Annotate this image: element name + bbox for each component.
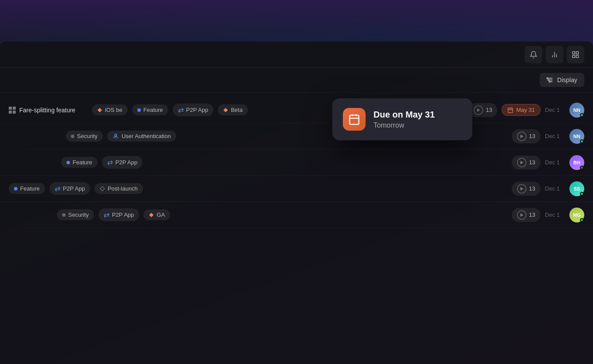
post-launch-tag: Post-launch (94, 183, 143, 194)
user-icon (112, 133, 119, 139)
play-icon (517, 210, 527, 220)
task-name: Fare-splitting feature (9, 107, 87, 114)
avatar: MG (569, 208, 584, 222)
table-row[interactable]: Feature ⇄ P2P App Post-launch 13 Dec 1 (0, 176, 593, 202)
due-date-tooltip: Due on May 31 Tomorrow (332, 98, 472, 140)
due-date-pill[interactable]: May 31 (502, 104, 541, 116)
tooltip-subtitle: Tomorrow (373, 121, 435, 129)
tooltip-title: Due on May 31 (373, 110, 435, 120)
diamond-icon (97, 107, 102, 113)
notification-button[interactable] (525, 46, 542, 63)
svg-rect-15 (508, 108, 513, 113)
table-row[interactable]: Feature ⇄ P2P App 13 Dec 1 BH (0, 149, 593, 176)
avatar: SS (569, 181, 584, 196)
feature-tag: Feature (132, 104, 168, 115)
avatar: BH (569, 155, 584, 170)
display-button[interactable]: Display (540, 73, 584, 87)
svg-marker-14 (223, 108, 228, 112)
online-indicator (580, 139, 584, 143)
feature-tag: Feature (9, 183, 45, 194)
transfer-icon: ⇄ (104, 211, 109, 219)
security-tag: Security (57, 209, 94, 220)
svg-point-11 (548, 80, 549, 81)
p2p-tag: ⇄ P2P App (49, 182, 90, 195)
gray-dot (71, 135, 74, 138)
final-date: Dec 1 (545, 211, 560, 218)
svg-marker-21 (100, 187, 105, 191)
toolbar: Display (0, 68, 593, 93)
progress-pill: 13 (512, 129, 541, 143)
task-list: Fare-splitting feature iOS be Feature ⇄ … (0, 93, 593, 232)
svg-marker-13 (98, 108, 102, 112)
layout-button[interactable] (567, 46, 584, 63)
svg-rect-5 (576, 55, 579, 57)
play-icon (517, 184, 527, 194)
svg-marker-22 (149, 213, 153, 217)
avatar: NN (569, 129, 584, 144)
blue-dot (66, 161, 70, 164)
transfer-icon: ⇄ (178, 106, 184, 114)
beta-diamond-icon (223, 107, 228, 113)
table-row[interactable]: Fare-splitting feature iOS be Feature ⇄ … (0, 97, 593, 123)
offline-indicator (580, 166, 584, 170)
progress-pill: 13 (512, 182, 541, 196)
gray-dot (62, 213, 66, 217)
calendar-icon (507, 107, 513, 113)
user-auth-tag: User Authentication (107, 131, 176, 142)
table-row[interactable]: Security User Authentication 13 Dec 1 NN (26, 123, 593, 149)
feature-tag: Feature (61, 157, 98, 168)
final-date: Dec 1 (545, 133, 560, 139)
p2p-tag: ⇄ P2P App (98, 208, 139, 221)
transfer-icon: ⇄ (107, 158, 113, 166)
svg-rect-4 (576, 52, 579, 54)
p2p-tag: ⇄ P2P App (102, 156, 143, 169)
analytics-button[interactable] (546, 46, 563, 63)
progress-pill: 13 (468, 103, 497, 117)
svg-point-10 (547, 78, 548, 79)
progress-pill: 13 (512, 156, 541, 170)
svg-rect-20 (115, 137, 117, 139)
transfer-icon: ⇄ (55, 184, 60, 193)
project-tag: iOS be (92, 104, 128, 115)
svg-rect-6 (572, 55, 575, 57)
calendar-orange-icon (348, 113, 360, 125)
beta-tag: Beta (218, 104, 248, 115)
online-indicator (580, 192, 584, 196)
security-tag: Security (66, 131, 103, 142)
svg-point-19 (115, 134, 117, 136)
diamond-outline-icon (100, 186, 105, 191)
play-icon (517, 158, 527, 167)
p2p-tag: ⇄ P2P App (173, 104, 213, 116)
avatar: NN (569, 103, 584, 118)
svg-rect-3 (572, 52, 575, 54)
app-header (0, 42, 593, 68)
blue-dot (14, 187, 17, 191)
play-icon (474, 105, 483, 115)
table-row[interactable]: Security ⇄ P2P App GA 13 Dec 1 MG (26, 202, 593, 228)
play-icon (517, 132, 527, 141)
final-date: Dec 1 (545, 107, 560, 113)
tooltip-icon (343, 108, 366, 131)
svg-rect-23 (350, 115, 359, 125)
ga-diamond-icon (149, 212, 154, 218)
svg-point-12 (549, 81, 550, 83)
display-label: Display (557, 76, 577, 83)
grid-icon (9, 107, 16, 114)
tooltip-content: Due on May 31 Tomorrow (373, 110, 435, 129)
online-indicator (580, 218, 584, 222)
ga-tag: GA (143, 209, 170, 220)
progress-pill: 13 (512, 208, 541, 222)
online-indicator (580, 113, 584, 117)
final-date: Dec 1 (545, 185, 560, 192)
final-date: Dec 1 (545, 159, 560, 166)
